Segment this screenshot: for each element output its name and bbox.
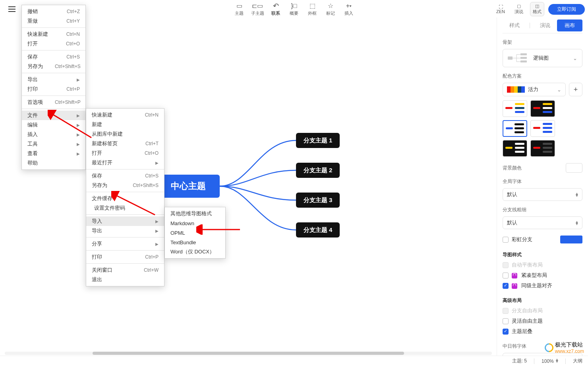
menu-item-label: 保存 [27, 53, 38, 60]
rainbow-checkbox[interactable] [503, 237, 509, 243]
bg-color-picker[interactable] [566, 163, 582, 173]
subscribe-button[interactable]: 立即订阅 [548, 4, 585, 15]
menu-item[interactable]: 重做Ctrl+Y [22, 16, 85, 26]
toolbar-format[interactable]: ◫格式 [530, 2, 544, 16]
menu-item[interactable]: 打印Ctrl+P [22, 84, 85, 94]
auto-balance-checkbox [503, 262, 509, 268]
menu-item-label: 关闭窗口 [92, 267, 112, 274]
global-font-select[interactable]: 默认▲▼ [503, 188, 582, 201]
zen-icon: ⛶ [499, 4, 503, 9]
tab-style[interactable]: 样式 [503, 19, 526, 31]
menu-shortcut: Ctrl+Shift+S [133, 183, 159, 188]
menu-item-label: 快速新建 [27, 31, 48, 38]
menu-shortcut: Ctrl+W [144, 267, 159, 273]
menu-item[interactable]: 快速新建Ctrl+N [86, 110, 164, 120]
menu-item[interactable]: 文件▶ [22, 111, 85, 120]
menu-item-label: 新建标签页 [92, 140, 118, 147]
tab-pitch[interactable]: 演说 [533, 19, 557, 31]
menu-item[interactable]: 导出▶ [86, 226, 164, 236]
menu-item[interactable]: 插入▶ [22, 130, 85, 139]
menu-item[interactable]: Markdown [165, 218, 225, 228]
theme-thumb[interactable] [530, 100, 555, 117]
menu-shortcut: Ctrl+Shift+S [55, 64, 81, 69]
menu-item[interactable]: 打开Ctrl+O [86, 148, 164, 158]
menu-item-label: 插入 [27, 131, 38, 138]
menu-item[interactable]: 工具▶ [22, 139, 85, 149]
menu-item-label: 保存 [92, 172, 102, 179]
add-scheme-button[interactable]: + [569, 83, 582, 96]
toolbar-zen[interactable]: ⛶ZEN [493, 4, 508, 14]
branch-topic[interactable]: 分支主题 4 [296, 222, 340, 238]
chevron-down-icon: ⌄ [573, 55, 577, 61]
menu-item[interactable]: 文件缓存 [86, 194, 164, 203]
hamburger-menu[interactable] [4, 6, 20, 12]
menu-item[interactable]: 导出▶ [22, 75, 85, 84]
menu-item[interactable]: OPML [165, 228, 225, 238]
branch-topic[interactable]: 分支主题 1 [296, 133, 340, 148]
menu-item-label: 设置文件密码 [92, 204, 125, 212]
menu-item[interactable]: 新建 [86, 120, 164, 129]
toolbar-marker[interactable]: ☆标记 [323, 2, 338, 16]
menu-item[interactable]: 保存Ctrl+S [22, 52, 85, 62]
tab-canvas[interactable]: 画布 [557, 19, 582, 31]
toolbar-topic[interactable]: ▭主题 [231, 2, 247, 16]
theme-thumb[interactable] [503, 140, 527, 157]
theme-thumb[interactable] [503, 120, 527, 137]
menu-item-label: 文件 [27, 112, 38, 119]
updown-icon: ▲▼ [555, 358, 558, 362]
toolbar-summary[interactable]: }□概要 [286, 2, 302, 16]
theme-thumb[interactable] [530, 140, 555, 157]
menu-item-label: 打开 [92, 150, 102, 157]
status-outline[interactable]: 大纲 [573, 358, 582, 364]
skeleton-select[interactable]: 逻辑图 ⌄ [503, 49, 582, 67]
menu-item[interactable]: Word（仅 DOCX） [165, 247, 225, 257]
menu-item[interactable]: 编辑▶ [22, 120, 85, 130]
menu-shortcut: Ctrl+T [145, 141, 159, 146]
theme-thumb[interactable] [530, 120, 555, 137]
svg-rect-15 [520, 60, 527, 62]
branch-topic[interactable]: 分支主题 3 [296, 193, 340, 208]
menu-item[interactable]: 另存为Ctrl+Shift+S [86, 181, 164, 190]
branch-topic[interactable]: 分支主题 2 [296, 163, 340, 178]
compact-checkbox[interactable] [503, 273, 509, 278]
menu-item[interactable]: 设置文件密码 [86, 203, 164, 213]
menu-item[interactable]: 快速新建Ctrl+N [22, 29, 85, 39]
chevron-right-icon: ▶ [155, 242, 159, 246]
chevron-right-icon: ▶ [77, 113, 80, 118]
sibling-checkbox[interactable] [503, 283, 509, 289]
menu-item[interactable]: 最近打开▶ [86, 158, 164, 167]
toolbar-relationship[interactable]: ↶联系 [268, 2, 284, 16]
menu-item[interactable]: 退出 [86, 275, 164, 284]
menu-item[interactable]: 撤销Ctrl+Z [22, 7, 85, 16]
menu-item[interactable]: 首选项Ctrl+Shift+P [22, 97, 85, 107]
toolbar-subtopic[interactable]: ⊏▭子主题 [250, 2, 265, 16]
scheme-select[interactable]: 活力 ⌄ [503, 83, 566, 96]
chevron-right-icon: ▶ [77, 152, 80, 156]
overlap-checkbox[interactable] [503, 329, 509, 335]
menu-item[interactable]: 另存为Ctrl+Shift+S [22, 62, 85, 71]
menu-item[interactable]: 分享▶ [86, 239, 164, 249]
menu-item[interactable]: 打印Ctrl+P [86, 252, 164, 262]
menu-item[interactable]: 查看▶ [22, 149, 85, 158]
free-topic-checkbox[interactable] [503, 318, 509, 324]
menu-item[interactable]: 从图库中新建 [86, 129, 164, 139]
status-zoom[interactable]: 100% ▲▼ [542, 358, 558, 364]
center-topic[interactable]: 中心主题 [157, 175, 220, 198]
toolbar-boundary[interactable]: ⬚外框 [304, 2, 320, 16]
menu-item[interactable]: 关闭窗口Ctrl+W [86, 265, 164, 275]
chevron-right-icon: ▶ [77, 78, 80, 82]
menu-item[interactable]: 保存Ctrl+S [86, 171, 164, 181]
branch-weight-select[interactable]: 默认▲▼ [503, 216, 582, 229]
menu-item[interactable]: 新建标签页Ctrl+T [86, 139, 164, 148]
topic-icon: ▭ [236, 2, 242, 10]
menu-item[interactable]: TextBundle [165, 238, 225, 247]
menu-item[interactable]: 其他思维导图格式 [165, 209, 225, 218]
toolbar-insert[interactable]: +▾插入 [341, 2, 357, 16]
statusbar: 主题: 5 100% ▲▼ 大纲 [0, 356, 588, 366]
menu-item[interactable]: 打开Ctrl+O [22, 39, 85, 49]
horizontal-scrollbar[interactable] [5, 352, 492, 356]
toolbar-pitch[interactable]: ▢演说 [512, 4, 526, 15]
theme-thumb[interactable] [503, 100, 527, 117]
menu-item[interactable]: 帮助 [22, 158, 85, 168]
menu-item[interactable]: 导入▶ [86, 216, 164, 226]
